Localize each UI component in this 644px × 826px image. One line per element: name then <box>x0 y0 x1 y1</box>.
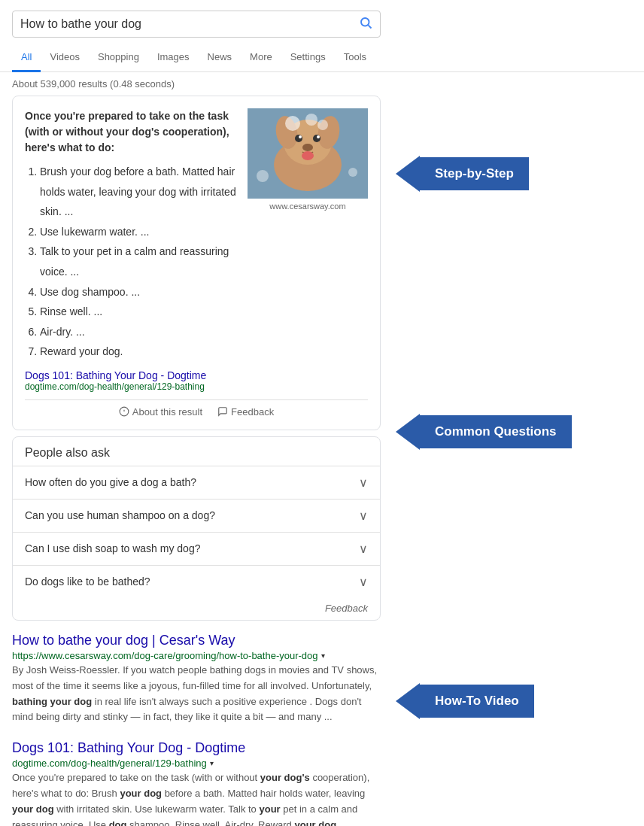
search-bar[interactable] <box>12 11 381 38</box>
tab-images[interactable]: Images <box>148 44 199 72</box>
paa-question-4: Do dogs like to be bathed? <box>25 575 150 588</box>
step-1: Brush your dog before a bath. Matted hai… <box>40 162 238 222</box>
paa-chevron-1: ∨ <box>359 475 368 490</box>
step-3: Talk to your pet in a calm and reassurin… <box>40 241 238 281</box>
svg-point-0 <box>361 18 369 26</box>
dog-image <box>248 108 368 199</box>
snippet-link[interactable]: Dogs 101: Bathing Your Dog - Dogtime dog… <box>25 369 368 392</box>
tab-settings[interactable]: Settings <box>281 44 335 72</box>
svg-line-1 <box>368 25 371 28</box>
result-2-dropdown[interactable]: ▾ <box>210 759 214 767</box>
result-1-snippet: By Josh Weiss-Roessler. If you watch peo… <box>12 663 381 725</box>
common-questions-arrow-tip <box>396 414 420 450</box>
search-result-1: How to bathe your dog | Cesar's Way http… <box>12 633 381 725</box>
step-by-step-annotation: Step-by-Step <box>396 156 632 192</box>
nav-tabs: All Videos Shopping Images News More Set… <box>0 44 644 72</box>
tab-news[interactable]: News <box>199 44 242 72</box>
step-by-step-arrow-tip <box>396 156 420 192</box>
result-2-title[interactable]: Dogs 101: Bathing Your Dog - Dogtime <box>12 740 381 756</box>
how-to-video-annotation: How-To Video <box>396 683 632 719</box>
step-6: Air-dry. ... <box>40 322 238 342</box>
paa-question-1: How often do you give a dog a bath? <box>25 476 196 488</box>
result-1-link[interactable]: How to bathe your dog | Cesar's Way <box>12 633 235 648</box>
paa-chevron-4: ∨ <box>359 575 368 589</box>
svg-point-3 <box>257 170 269 182</box>
svg-point-17 <box>305 114 317 126</box>
how-to-video-arrow-tip <box>396 683 420 719</box>
result-1-dropdown[interactable]: ▾ <box>321 651 325 660</box>
result-1-url: https://www.cesarsway.com/dog-care/groom… <box>12 650 381 661</box>
search-result-2: Dogs 101: Bathing Your Dog - Dogtime dog… <box>12 740 381 826</box>
paa-item-1[interactable]: How often do you give a dog a bath? ∨ <box>13 466 380 499</box>
step-5: Rinse well. ... <box>40 302 238 322</box>
about-result-link[interactable]: About this result <box>119 406 202 418</box>
paa-item-2[interactable]: Can you use human shampoo on a dog? ∨ <box>13 499 380 532</box>
svg-point-13 <box>317 135 320 138</box>
paa-chevron-3: ∨ <box>359 542 368 556</box>
step-by-step-label: Step-by-Step <box>420 157 529 190</box>
svg-point-16 <box>285 116 300 131</box>
tab-shopping[interactable]: Shopping <box>89 44 148 72</box>
how-to-video-arrow: How-To Video <box>396 683 632 719</box>
step-by-step-arrow: Step-by-Step <box>396 156 632 192</box>
snippet-steps: Brush your dog before a bath. Matted hai… <box>25 162 238 362</box>
svg-point-18 <box>317 120 328 130</box>
svg-point-12 <box>299 135 302 138</box>
tab-videos[interactable]: Videos <box>41 44 89 72</box>
image-caption: www.cesarsway.com <box>248 202 368 211</box>
tab-tools[interactable]: Tools <box>335 44 375 72</box>
svg-point-10 <box>295 135 302 142</box>
about-result-text: About this result <box>132 406 202 418</box>
svg-point-11 <box>313 135 320 142</box>
step-2: Use lukewarm water. ... <box>40 222 238 242</box>
common-questions-arrow: Common Questions <box>396 414 632 450</box>
people-also-ask: People also ask How often do you give a … <box>12 436 381 621</box>
feedback-link[interactable]: Feedback <box>217 406 274 418</box>
svg-point-15 <box>302 151 314 160</box>
search-input[interactable] <box>20 17 359 31</box>
step-4: Use dog shampoo. ... <box>40 282 238 302</box>
paa-question-2: Can you use human shampoo on a dog? <box>25 509 215 521</box>
result-2-link[interactable]: Dogs 101: Bathing Your Dog - Dogtime <box>12 740 245 755</box>
common-questions-annotation: Common Questions <box>396 414 632 450</box>
result-1-title[interactable]: How to bathe your dog | Cesar's Way <box>12 633 381 648</box>
paa-item-3[interactable]: Can I use dish soap to wash my dog? ∨ <box>13 532 380 565</box>
result-2-snippet: Once you're prepared to take on the task… <box>12 770 381 826</box>
paa-chevron-2: ∨ <box>359 509 368 523</box>
step-7: Reward your dog. <box>40 342 238 362</box>
featured-snippet: Once you're prepared to take on the task… <box>12 96 381 430</box>
results-count: About 539,000 results (0.48 seconds) <box>0 72 644 96</box>
snippet-intro: Once you're prepared to take on the task… <box>25 108 238 156</box>
feedback-text: Feedback <box>231 406 274 418</box>
result-2-url: dogtime.com/dog-health/general/129-bathi… <box>12 758 381 769</box>
snippet-footer: About this result Feedback <box>25 399 368 418</box>
paa-item-4[interactable]: Do dogs like to be bathed? ∨ <box>13 565 380 598</box>
annotations-column: Step-by-Step Common Questions How-To Vid… <box>381 96 632 826</box>
how-to-video-label: How-To Video <box>420 685 534 718</box>
svg-point-14 <box>302 144 313 151</box>
snippet-url: dogtime.com/dog-health/general/129-bathi… <box>25 381 368 392</box>
paa-question-3: Can I use dish soap to wash my dog? <box>25 542 200 554</box>
search-button[interactable] <box>359 16 372 33</box>
snippet-title-link[interactable]: Dogs 101: Bathing Your Dog - Dogtime <box>25 369 206 381</box>
paa-title: People also ask <box>13 437 380 466</box>
tab-more[interactable]: More <box>241 44 281 72</box>
tab-all[interactable]: All <box>12 44 41 72</box>
snippet-image-container: www.cesarsway.com <box>248 108 368 362</box>
svg-point-4 <box>348 168 357 177</box>
common-questions-label: Common Questions <box>420 415 572 448</box>
paa-feedback[interactable]: Feedback <box>13 598 380 620</box>
